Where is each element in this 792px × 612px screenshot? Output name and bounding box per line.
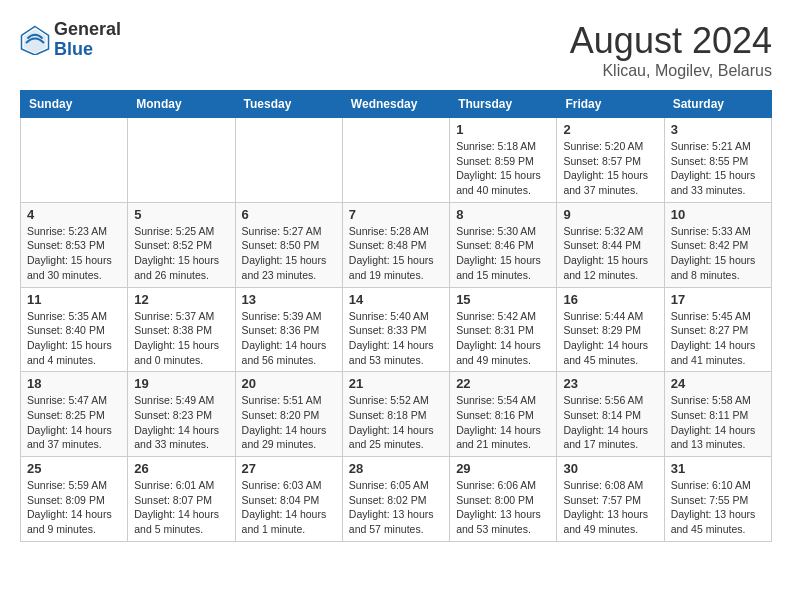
day-number: 3 <box>671 122 765 137</box>
day-header-wednesday: Wednesday <box>342 91 449 118</box>
calendar-cell: 8Sunrise: 5:30 AM Sunset: 8:46 PM Daylig… <box>450 202 557 287</box>
day-number: 15 <box>456 292 550 307</box>
day-number: 18 <box>27 376 121 391</box>
day-number: 10 <box>671 207 765 222</box>
calendar-cell: 25Sunrise: 5:59 AM Sunset: 8:09 PM Dayli… <box>21 457 128 542</box>
month-title: August 2024 <box>570 20 772 62</box>
calendar-table: SundayMondayTuesdayWednesdayThursdayFrid… <box>20 90 772 542</box>
day-number: 14 <box>349 292 443 307</box>
day-info: Sunrise: 6:08 AM Sunset: 7:57 PM Dayligh… <box>563 478 657 537</box>
calendar-week-row: 1Sunrise: 5:18 AM Sunset: 8:59 PM Daylig… <box>21 118 772 203</box>
day-number: 5 <box>134 207 228 222</box>
day-number: 20 <box>242 376 336 391</box>
calendar-cell <box>128 118 235 203</box>
logo: General Blue <box>20 20 121 60</box>
calendar-cell: 29Sunrise: 6:06 AM Sunset: 8:00 PM Dayli… <box>450 457 557 542</box>
calendar-cell: 12Sunrise: 5:37 AM Sunset: 8:38 PM Dayli… <box>128 287 235 372</box>
calendar-header-row: SundayMondayTuesdayWednesdayThursdayFrid… <box>21 91 772 118</box>
day-info: Sunrise: 5:52 AM Sunset: 8:18 PM Dayligh… <box>349 393 443 452</box>
logo-blue-text: Blue <box>54 40 121 60</box>
day-header-tuesday: Tuesday <box>235 91 342 118</box>
day-info: Sunrise: 5:20 AM Sunset: 8:57 PM Dayligh… <box>563 139 657 198</box>
calendar-cell: 5Sunrise: 5:25 AM Sunset: 8:52 PM Daylig… <box>128 202 235 287</box>
day-number: 1 <box>456 122 550 137</box>
day-info: Sunrise: 5:25 AM Sunset: 8:52 PM Dayligh… <box>134 224 228 283</box>
day-number: 29 <box>456 461 550 476</box>
day-number: 2 <box>563 122 657 137</box>
day-info: Sunrise: 5:18 AM Sunset: 8:59 PM Dayligh… <box>456 139 550 198</box>
calendar-cell: 7Sunrise: 5:28 AM Sunset: 8:48 PM Daylig… <box>342 202 449 287</box>
calendar-cell: 16Sunrise: 5:44 AM Sunset: 8:29 PM Dayli… <box>557 287 664 372</box>
calendar-cell <box>342 118 449 203</box>
calendar-cell: 18Sunrise: 5:47 AM Sunset: 8:25 PM Dayli… <box>21 372 128 457</box>
day-info: Sunrise: 5:27 AM Sunset: 8:50 PM Dayligh… <box>242 224 336 283</box>
day-info: Sunrise: 5:56 AM Sunset: 8:14 PM Dayligh… <box>563 393 657 452</box>
day-info: Sunrise: 5:39 AM Sunset: 8:36 PM Dayligh… <box>242 309 336 368</box>
day-info: Sunrise: 5:58 AM Sunset: 8:11 PM Dayligh… <box>671 393 765 452</box>
day-info: Sunrise: 5:51 AM Sunset: 8:20 PM Dayligh… <box>242 393 336 452</box>
calendar-cell: 20Sunrise: 5:51 AM Sunset: 8:20 PM Dayli… <box>235 372 342 457</box>
day-number: 27 <box>242 461 336 476</box>
day-info: Sunrise: 5:47 AM Sunset: 8:25 PM Dayligh… <box>27 393 121 452</box>
calendar-cell: 17Sunrise: 5:45 AM Sunset: 8:27 PM Dayli… <box>664 287 771 372</box>
day-info: Sunrise: 5:21 AM Sunset: 8:55 PM Dayligh… <box>671 139 765 198</box>
day-info: Sunrise: 5:54 AM Sunset: 8:16 PM Dayligh… <box>456 393 550 452</box>
logo-general-text: General <box>54 20 121 40</box>
day-number: 28 <box>349 461 443 476</box>
calendar-cell: 21Sunrise: 5:52 AM Sunset: 8:18 PM Dayli… <box>342 372 449 457</box>
calendar-cell <box>21 118 128 203</box>
calendar-week-row: 25Sunrise: 5:59 AM Sunset: 8:09 PM Dayli… <box>21 457 772 542</box>
calendar-cell: 14Sunrise: 5:40 AM Sunset: 8:33 PM Dayli… <box>342 287 449 372</box>
day-header-sunday: Sunday <box>21 91 128 118</box>
day-info: Sunrise: 5:33 AM Sunset: 8:42 PM Dayligh… <box>671 224 765 283</box>
day-info: Sunrise: 5:40 AM Sunset: 8:33 PM Dayligh… <box>349 309 443 368</box>
day-number: 22 <box>456 376 550 391</box>
logo-text: General Blue <box>54 20 121 60</box>
day-info: Sunrise: 5:45 AM Sunset: 8:27 PM Dayligh… <box>671 309 765 368</box>
calendar-cell: 9Sunrise: 5:32 AM Sunset: 8:44 PM Daylig… <box>557 202 664 287</box>
day-info: Sunrise: 5:44 AM Sunset: 8:29 PM Dayligh… <box>563 309 657 368</box>
day-number: 4 <box>27 207 121 222</box>
page-header: General Blue August 2024 Klicau, Mogilev… <box>20 20 772 80</box>
calendar-week-row: 11Sunrise: 5:35 AM Sunset: 8:40 PM Dayli… <box>21 287 772 372</box>
day-info: Sunrise: 5:42 AM Sunset: 8:31 PM Dayligh… <box>456 309 550 368</box>
day-info: Sunrise: 6:03 AM Sunset: 8:04 PM Dayligh… <box>242 478 336 537</box>
calendar-cell: 3Sunrise: 5:21 AM Sunset: 8:55 PM Daylig… <box>664 118 771 203</box>
day-number: 9 <box>563 207 657 222</box>
calendar-cell <box>235 118 342 203</box>
calendar-cell: 19Sunrise: 5:49 AM Sunset: 8:23 PM Dayli… <box>128 372 235 457</box>
day-number: 21 <box>349 376 443 391</box>
calendar-cell: 2Sunrise: 5:20 AM Sunset: 8:57 PM Daylig… <box>557 118 664 203</box>
day-info: Sunrise: 5:30 AM Sunset: 8:46 PM Dayligh… <box>456 224 550 283</box>
day-number: 16 <box>563 292 657 307</box>
day-info: Sunrise: 5:49 AM Sunset: 8:23 PM Dayligh… <box>134 393 228 452</box>
day-info: Sunrise: 5:32 AM Sunset: 8:44 PM Dayligh… <box>563 224 657 283</box>
day-number: 31 <box>671 461 765 476</box>
calendar-cell: 13Sunrise: 5:39 AM Sunset: 8:36 PM Dayli… <box>235 287 342 372</box>
calendar-cell: 6Sunrise: 5:27 AM Sunset: 8:50 PM Daylig… <box>235 202 342 287</box>
calendar-cell: 28Sunrise: 6:05 AM Sunset: 8:02 PM Dayli… <box>342 457 449 542</box>
calendar-cell: 24Sunrise: 5:58 AM Sunset: 8:11 PM Dayli… <box>664 372 771 457</box>
day-info: Sunrise: 5:23 AM Sunset: 8:53 PM Dayligh… <box>27 224 121 283</box>
day-info: Sunrise: 5:59 AM Sunset: 8:09 PM Dayligh… <box>27 478 121 537</box>
calendar-cell: 26Sunrise: 6:01 AM Sunset: 8:07 PM Dayli… <box>128 457 235 542</box>
day-header-thursday: Thursday <box>450 91 557 118</box>
day-number: 17 <box>671 292 765 307</box>
calendar-cell: 10Sunrise: 5:33 AM Sunset: 8:42 PM Dayli… <box>664 202 771 287</box>
day-info: Sunrise: 5:28 AM Sunset: 8:48 PM Dayligh… <box>349 224 443 283</box>
day-info: Sunrise: 6:05 AM Sunset: 8:02 PM Dayligh… <box>349 478 443 537</box>
day-info: Sunrise: 6:10 AM Sunset: 7:55 PM Dayligh… <box>671 478 765 537</box>
day-number: 26 <box>134 461 228 476</box>
calendar-cell: 27Sunrise: 6:03 AM Sunset: 8:04 PM Dayli… <box>235 457 342 542</box>
calendar-cell: 31Sunrise: 6:10 AM Sunset: 7:55 PM Dayli… <box>664 457 771 542</box>
day-number: 23 <box>563 376 657 391</box>
day-header-friday: Friday <box>557 91 664 118</box>
day-number: 13 <box>242 292 336 307</box>
day-number: 7 <box>349 207 443 222</box>
day-info: Sunrise: 6:06 AM Sunset: 8:00 PM Dayligh… <box>456 478 550 537</box>
calendar-cell: 30Sunrise: 6:08 AM Sunset: 7:57 PM Dayli… <box>557 457 664 542</box>
day-header-saturday: Saturday <box>664 91 771 118</box>
day-number: 8 <box>456 207 550 222</box>
day-info: Sunrise: 5:37 AM Sunset: 8:38 PM Dayligh… <box>134 309 228 368</box>
day-number: 6 <box>242 207 336 222</box>
